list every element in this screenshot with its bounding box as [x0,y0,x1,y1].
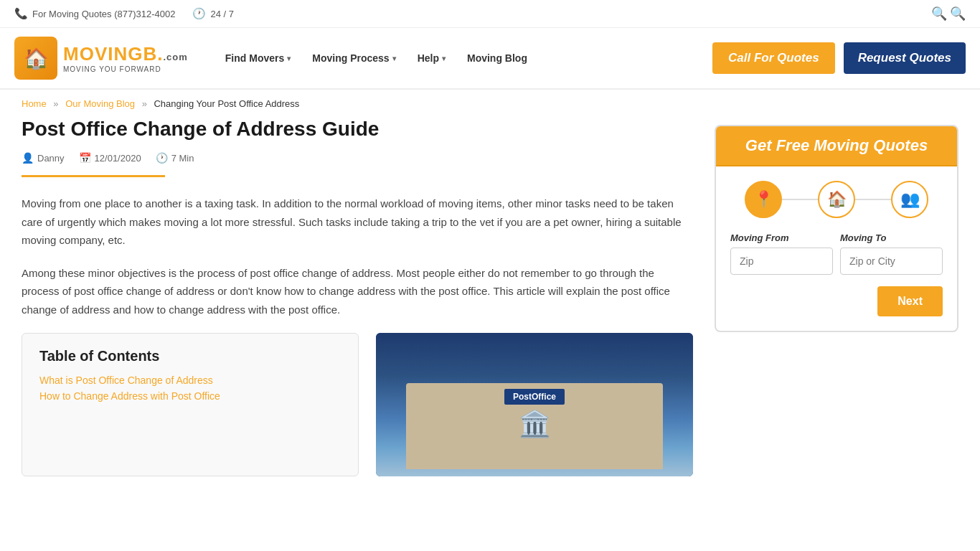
moving-to-label: Moving To [840,232,943,243]
moving-to-group: Moving To [840,232,943,275]
main-layout: Post Office Change of Address Guide 👤 Da… [0,118,980,498]
read-time-meta: 🕐 7 Min [156,152,194,164]
table-of-contents: Table of Contents What is Post Office Ch… [22,333,359,476]
breadcrumb-sep-1: » [53,98,58,109]
time-icon: 🕐 [156,152,168,164]
read-time: 7 Min [171,153,194,164]
next-button[interactable]: Next [877,286,943,316]
quote-box: Get Free Moving Quotes 📍 🏠 👥 Moving From [715,125,958,332]
hours-label: 24 / 7 [210,9,234,19]
breadcrumb: Home » Our Moving Blog » Changing Your P… [0,90,980,118]
sidebar: Get Free Moving Quotes 📍 🏠 👥 Moving From [715,118,958,476]
moving-from-input[interactable] [730,248,833,275]
toc-link-1[interactable]: What is Post Office Change of Address [39,375,213,386]
moving-from-group: Moving From [730,232,833,275]
clock-icon: 🕐 [192,7,206,20]
article: Post Office Change of Address Guide 👤 Da… [22,118,693,476]
toc-item: What is Post Office Change of Address [39,375,341,386]
nav-help[interactable]: Help ▾ [409,47,454,70]
header-buttons: Call For Quotes Request Quotes [712,42,966,74]
request-quotes-button[interactable]: Request Quotes [844,42,966,74]
date-meta: 📅 12/01/2020 [79,152,141,164]
logo-text: MOVINGB..com [63,43,188,65]
step-line-1 [782,199,818,200]
logo-tagline: Moving You Forward [63,65,188,73]
body-paragraph-2: Among these minor objectives is the proc… [22,264,693,319]
call-for-quotes-button[interactable]: Call For Quotes [712,42,835,74]
step-icon-3: 👥 [891,181,928,218]
dropdown-arrow: ▾ [442,55,446,62]
step-icons: 📍 🏠 👥 [730,181,943,218]
step-line-2 [855,199,891,200]
step-icon-2: 🏠 [818,181,855,218]
logo[interactable]: 🏠 MOVINGB..com Moving You Forward [14,37,188,80]
breadcrumb-blog[interactable]: Our Moving Blog [65,98,135,109]
toc-title: Table of Contents [39,348,341,364]
top-bar: 📞 For Moving Quotes (877)312-4002 🕐 24 /… [0,0,980,28]
phone-icon: 📞 [14,7,28,20]
header: 🏠 MOVINGB..com Moving You Forward Find M… [0,28,980,90]
quote-box-header: Get Free Moving Quotes [716,126,957,166]
logo-icon: 🏠 [14,37,57,80]
breadcrumb-home[interactable]: Home [22,98,47,109]
quote-box-body: 📍 🏠 👥 Moving From Moving To [716,166,957,331]
moving-to-input[interactable] [840,248,943,275]
move-fields: Moving From Moving To [730,232,943,275]
breadcrumb-current: Changing Your Post Office Address [154,98,299,109]
nav-find-movers[interactable]: Find Movers ▾ [217,47,299,70]
toc-list: What is Post Office Change of Address Ho… [39,375,341,402]
author-name: Danny [37,153,65,164]
calendar-icon: 📅 [79,152,91,164]
logo-area: 🏠 MOVINGB..com Moving You Forward [14,37,188,80]
breadcrumb-sep-2: » [142,98,147,109]
nav-moving-process[interactable]: Moving Process ▾ [303,47,404,70]
search-icon-small[interactable]: 🔍 [931,6,947,22]
title-divider [22,175,165,177]
phone-info: 📞 For Moving Quotes (877)312-4002 [14,7,175,20]
moving-from-label: Moving From [730,232,833,243]
author-meta: 👤 Danny [22,152,65,164]
body-paragraph-1: Moving from one place to another is a ta… [22,194,693,250]
author-icon: 👤 [22,152,34,164]
post-office-image: PostOffice 🏛️ [376,333,693,476]
main-nav: Find Movers ▾ Moving Process ▾ Help ▾ Mo… [217,47,684,70]
article-title: Post Office Change of Address Guide [22,118,693,141]
step-icon-1: 📍 [745,181,782,218]
toc-link-2[interactable]: How to Change Address with Post Office [39,390,220,402]
toc-item: How to Change Address with Post Office [39,390,341,402]
article-meta: 👤 Danny 📅 12/01/2020 🕐 7 Min [22,152,693,164]
toc-section: Table of Contents What is Post Office Ch… [22,333,693,476]
search-icon-large[interactable]: 🔍 [950,6,966,22]
hours-info: 🕐 24 / 7 [192,7,234,20]
dropdown-arrow: ▾ [287,55,291,62]
nav-moving-blog[interactable]: Moving Blog [458,47,536,70]
phone-label: For Moving Quotes (877)312-4002 [32,9,175,19]
article-body: Moving from one place to another is a ta… [22,194,693,319]
article-date: 12/01/2020 [95,153,141,164]
dropdown-arrow: ▾ [392,55,396,62]
